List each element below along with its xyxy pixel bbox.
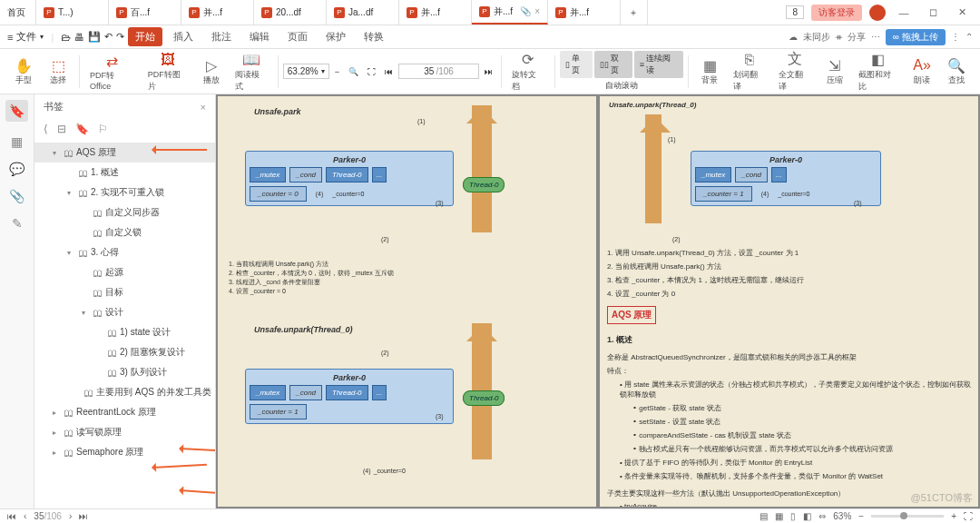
- status-zoom[interactable]: 63%: [833, 511, 851, 521]
- login-button[interactable]: 访客登录: [811, 5, 862, 21]
- find[interactable]: 🔍查找: [940, 54, 973, 88]
- view3-icon[interactable]: ▯: [790, 511, 796, 521]
- read-aloud[interactable]: A»朗读: [906, 54, 938, 88]
- read-mode[interactable]: 📖阅读模式: [230, 49, 273, 94]
- bookmark-item[interactable]: ▸🕮Semaphore 原理: [34, 442, 215, 462]
- bookmark-item[interactable]: 🕮2) 阻塞恢复设计: [34, 342, 215, 362]
- share-icon[interactable]: ᚑ: [836, 32, 842, 42]
- more-icon[interactable]: ⋯: [871, 32, 880, 42]
- tab-2[interactable]: P百...f: [109, 0, 181, 25]
- cloud-icon[interactable]: ☁: [789, 32, 798, 42]
- save-icon[interactable]: 💾: [88, 31, 101, 43]
- huaci[interactable]: ⎘划词翻译: [728, 49, 771, 94]
- zoom-out-icon[interactable]: −: [331, 67, 343, 76]
- page-next-icon[interactable]: ›: [69, 511, 72, 521]
- select-tool[interactable]: ⬚选择: [42, 54, 74, 88]
- menu-file[interactable]: 文件▾: [16, 30, 44, 44]
- fit-width-icon[interactable]: ⇔: [818, 511, 826, 521]
- page-first-icon[interactable]: ⏮: [381, 67, 397, 76]
- tab-1[interactable]: PT...): [36, 0, 109, 25]
- zoom-slider[interactable]: [871, 515, 944, 518]
- hand-tool[interactable]: ✋手型: [7, 54, 40, 88]
- attachments-icon[interactable]: 📎: [9, 189, 24, 203]
- tab-4[interactable]: P20...df: [254, 0, 327, 25]
- compare[interactable]: ◧截图和对比: [853, 49, 904, 94]
- prev-bm-icon[interactable]: ⟨: [44, 123, 48, 135]
- menu-convert[interactable]: 转换: [357, 27, 391, 46]
- autoscroll[interactable]: 自动滚动: [560, 80, 684, 92]
- zoom-in-icon[interactable]: 🔍: [345, 67, 362, 76]
- status-page[interactable]: 35/106: [34, 511, 62, 521]
- undo-icon[interactable]: ↶: [104, 31, 113, 43]
- bookmark-item[interactable]: 🕮主要用到 AQS 的并发工具类: [34, 382, 215, 402]
- fit-icon[interactable]: ⛶: [364, 67, 379, 76]
- bookmark-item[interactable]: 🕮1) state 设计: [34, 322, 215, 342]
- menu-start[interactable]: 开始: [128, 27, 162, 46]
- bookmark-item[interactable]: ▸🕮ReentrantLock 原理: [34, 402, 215, 422]
- signature-icon[interactable]: ✎: [12, 216, 23, 231]
- zoom-input[interactable]: 63.28%▾: [283, 64, 329, 79]
- pdf-to-office[interactable]: ⇄PDF转Office: [84, 50, 141, 93]
- tab-8[interactable]: P并...f: [548, 0, 621, 25]
- compress[interactable]: ⇲压缩: [818, 54, 851, 88]
- page-last-icon[interactable]: ⏭: [79, 511, 88, 521]
- menu-insert[interactable]: 插入: [166, 27, 201, 46]
- menu-page[interactable]: 页面: [280, 27, 315, 46]
- bookmark-item[interactable]: 🕮目标: [34, 282, 215, 302]
- redo-icon[interactable]: ↷: [116, 31, 124, 43]
- tab-new[interactable]: ＋: [621, 0, 648, 25]
- close-icon[interactable]: ×: [534, 6, 540, 16]
- bookmark-item[interactable]: ▾🕮2. 实现不可重入锁: [34, 183, 215, 202]
- page-input[interactable]: 35/106: [398, 64, 479, 79]
- bookmark-item[interactable]: 🕮自定义同步器: [34, 202, 215, 222]
- avatar[interactable]: [869, 5, 886, 21]
- view2-icon[interactable]: ▦: [775, 511, 783, 521]
- menu-icon[interactable]: ≡: [7, 32, 13, 43]
- tab-3[interactable]: P并...f: [181, 0, 254, 25]
- close-window-icon[interactable]: ✕: [951, 6, 973, 18]
- open-icon[interactable]: 🗁: [61, 32, 71, 43]
- bookmark-item[interactable]: ▸🕮读写锁原理: [34, 422, 215, 442]
- bookmark-item[interactable]: ▾🕮3. 心得: [34, 242, 215, 262]
- bookmark-item[interactable]: 🕮3) 队列设计: [34, 362, 215, 382]
- bookmark-item[interactable]: 🕮自定义锁: [34, 222, 215, 242]
- pin-icon[interactable]: 📎: [520, 6, 531, 16]
- tab-home[interactable]: 首页: [0, 0, 36, 25]
- collapse-icon[interactable]: ⌃: [965, 32, 973, 42]
- bm-ribbon-icon[interactable]: 🔖: [75, 123, 89, 135]
- zoom-out-icon[interactable]: −: [858, 511, 864, 521]
- tab-5[interactable]: PJa...df: [327, 0, 399, 25]
- fullscreen-icon[interactable]: ⛶: [964, 511, 973, 521]
- rotate-button[interactable]: ⟳旋转文档: [506, 49, 550, 94]
- bookmark-item[interactable]: 🕮起源: [34, 262, 215, 282]
- close-panel-icon[interactable]: ×: [201, 102, 206, 113]
- play-button[interactable]: ▷播放: [195, 54, 228, 88]
- pdf-to-image[interactable]: 🖼PDF转图片: [142, 49, 193, 94]
- view4-icon[interactable]: ◧: [803, 511, 811, 521]
- page-last-icon[interactable]: ⏭: [481, 67, 496, 76]
- collapse-bm-icon[interactable]: ⊟: [57, 123, 66, 135]
- overflow-icon[interactable]: ⋮: [951, 32, 960, 42]
- menu-edit[interactable]: 编辑: [242, 27, 277, 46]
- bookmark-item[interactable]: ▾🕮AQS 原理: [34, 143, 215, 163]
- tab-6[interactable]: P并...f: [399, 0, 472, 25]
- print-icon[interactable]: 🖶: [74, 32, 84, 43]
- minimize-icon[interactable]: —: [893, 7, 915, 18]
- document-view[interactable]: ◉ Unsafe.park (1) Parker-0 _mutex _cond …: [216, 94, 980, 508]
- comments-icon[interactable]: 💬: [9, 162, 24, 176]
- maximize-icon[interactable]: ◻: [922, 6, 944, 18]
- bookmark-item[interactable]: 🕮1. 概述: [34, 163, 215, 183]
- tab-active[interactable]: P并...f📎×: [472, 0, 548, 25]
- continuous[interactable]: ≡连续阅读: [634, 51, 684, 78]
- single-page[interactable]: ▯单页: [560, 51, 593, 78]
- page-first-icon[interactable]: ⏮: [7, 511, 16, 521]
- bm-flag-icon[interactable]: ⚐: [98, 123, 108, 135]
- thumbnails-icon[interactable]: ▦: [11, 134, 23, 149]
- bookmark-tree[interactable]: ▾🕮AQS 原理🕮1. 概述▾🕮2. 实现不可重入锁🕮自定义同步器🕮自定义锁▾🕮…: [34, 139, 215, 508]
- view1-icon[interactable]: ▤: [760, 511, 768, 521]
- full-translate[interactable]: 文全文翻译: [773, 49, 817, 94]
- menu-review[interactable]: 批注: [204, 27, 239, 46]
- double-page[interactable]: ▯▯双页: [594, 51, 632, 78]
- menu-protect[interactable]: 保护: [318, 27, 353, 46]
- bookmark-item[interactable]: ▾🕮设计: [34, 302, 215, 322]
